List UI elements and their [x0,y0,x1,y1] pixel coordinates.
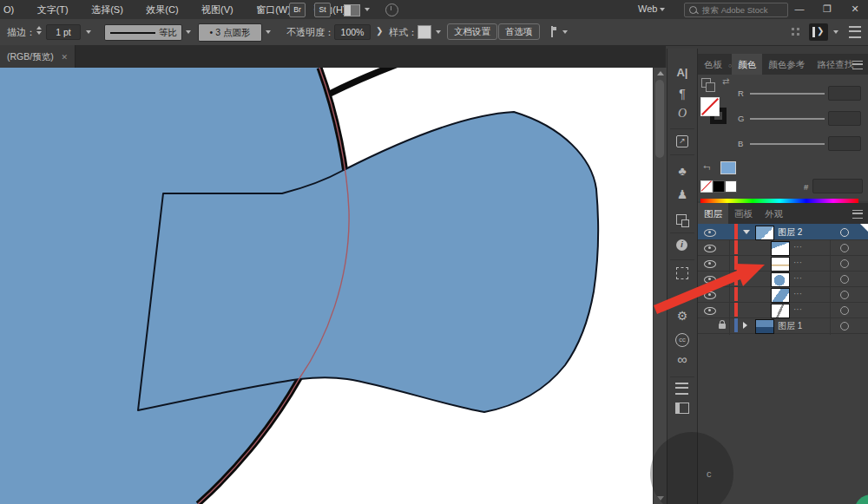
invert-arrow-icon[interactable]: ⮢ [703,161,710,172]
layer-row[interactable]: ··· [698,239,868,256]
character-panel-icon[interactable]: A| [667,66,697,79]
scrollbar-thumb[interactable] [655,80,664,158]
export-panel-icon[interactable]: ↗ [676,135,688,147]
panel-toggle-dropdown[interactable] [833,30,838,34]
vertical-scrollbar[interactable] [653,68,667,504]
collapsed-chevron-icon[interactable] [743,322,747,329]
workspace-layout-icon[interactable] [344,4,360,16]
visibility-eye-icon[interactable] [704,276,716,284]
stroke-weight-value[interactable]: 1 pt [46,24,81,40]
layer-thumbnail[interactable] [771,304,790,318]
layer-name[interactable]: ··· [793,304,802,314]
brush-select[interactable]: • 3 点圆形 [198,23,262,42]
layer-row[interactable]: ··· [698,302,868,318]
panel-collapse-toggle[interactable]: ❯ [809,23,828,41]
lock-icon[interactable] [719,324,726,329]
tab-swatches[interactable]: 色板 [698,54,728,75]
target-circle[interactable] [840,306,849,315]
g-value-box[interactable] [828,111,861,126]
layer-row[interactable]: ··· [698,271,868,287]
links-panel-icon[interactable]: ∞ [667,352,697,368]
visibility-eye-icon[interactable] [704,229,716,237]
stroke-profile-dropdown[interactable] [186,30,191,34]
r-slider[interactable] [750,93,825,95]
g-slider[interactable] [750,118,825,120]
mannequin-panel-icon[interactable]: ♟ [667,187,697,201]
layer-thumbnail[interactable] [755,319,774,334]
expand-chevron-icon[interactable] [743,230,750,234]
menu-view[interactable]: 视图(V) [192,0,243,19]
layer-thumbnail[interactable] [755,226,774,240]
gear-icon[interactable]: ⚙ [667,309,697,323]
b-value-box[interactable] [828,136,861,151]
visibility-eye-icon[interactable] [704,307,716,315]
target-circle[interactable] [840,244,849,252]
menu-effect[interactable]: 效果(C) [136,0,187,19]
minimize-button[interactable]: — [788,0,811,17]
visibility-eye-icon[interactable] [704,291,716,299]
layer-row[interactable]: ··· [698,255,868,272]
b-slider[interactable] [750,143,825,145]
transform-panel-icon[interactable] [676,267,688,279]
menu-object-partial[interactable]: O) [0,0,23,19]
document-setup-button[interactable]: 文档设置 [447,23,497,40]
layer-thumbnail[interactable] [771,241,790,256]
artboard-canvas[interactable] [0,68,653,504]
panel-layout-icon[interactable] [675,403,689,414]
layer-thumbnail[interactable] [771,288,790,303]
preferences-button[interactable]: 首选项 [498,23,540,40]
menu-select[interactable]: 选择(S) [82,0,133,19]
menu-type[interactable]: 文字(T) [28,0,78,19]
bridge-button[interactable]: Br [289,3,306,17]
paragraph-panel-icon[interactable]: ¶ [667,87,697,101]
visibility-eye-icon[interactable] [704,260,716,268]
white-swatch[interactable] [725,180,737,193]
hex-input[interactable] [812,179,863,193]
layer-thumbnail[interactable] [771,272,790,287]
restore-button[interactable]: ❐ [816,0,838,17]
workspace-switcher[interactable]: Web [638,3,665,14]
document-tab-close-icon[interactable]: ✕ [62,53,69,62]
layer-name[interactable]: ··· [793,273,802,283]
current-color-swatch[interactable] [720,161,736,174]
layer-name[interactable]: ··· [793,258,802,267]
none-swatch[interactable] [700,180,713,193]
tab-color[interactable]: 颜色 [732,54,762,75]
creative-cloud-icon[interactable]: cc [675,333,689,347]
opentype-panel-icon[interactable]: O [667,107,697,121]
r-value-box[interactable] [828,86,861,101]
stock-search-input[interactable]: 搜索 Adobe Stock [684,3,788,17]
close-button[interactable]: ✕ [844,0,866,17]
style-dropdown[interactable] [436,30,441,34]
align-flag-icon[interactable] [548,26,556,37]
artboards-panel-icon[interactable] [676,214,687,225]
visibility-eye-icon[interactable] [704,245,716,252]
target-circle[interactable] [840,228,849,237]
fill-swatch-none[interactable] [700,97,720,116]
color-panel-menu-icon[interactable] [852,61,863,69]
target-circle[interactable] [840,275,849,284]
tab-color-guide[interactable]: 颜色参考 [762,54,811,75]
control-menu-icon[interactable] [849,26,861,38]
layer-name[interactable]: 图层 1 [778,320,802,332]
stroke-weight-stepper[interactable] [36,26,42,35]
tab-layers[interactable]: 图层 [698,203,728,224]
target-circle[interactable] [840,322,849,331]
brush-dropdown[interactable] [266,30,271,34]
document-tab[interactable]: (RGB/预览) ✕ [0,45,76,68]
stroke-weight-dropdown[interactable] [86,30,91,34]
opacity-value[interactable]: 100% [334,24,371,40]
style-swatch[interactable] [418,25,431,39]
tab-appearance[interactable]: 外观 [759,203,789,224]
branch-stroke[interactable] [330,68,398,94]
layer-name[interactable]: 图层 2 [778,226,802,239]
tab-artboards[interactable]: 画板 [728,203,759,224]
layer-name[interactable]: ··· [793,289,802,298]
layer-row-selected[interactable]: 图层 2 [698,224,868,240]
opacity-panel-arrow[interactable]: ❯ [376,26,383,36]
layer-row[interactable]: ··· [698,286,868,303]
swap-fill-stroke-icon[interactable] [701,78,711,88]
menu-lines-icon[interactable] [675,383,688,395]
swap-arrows-icon[interactable]: ⇄ [722,76,729,86]
stock-button[interactable]: St [314,3,331,17]
